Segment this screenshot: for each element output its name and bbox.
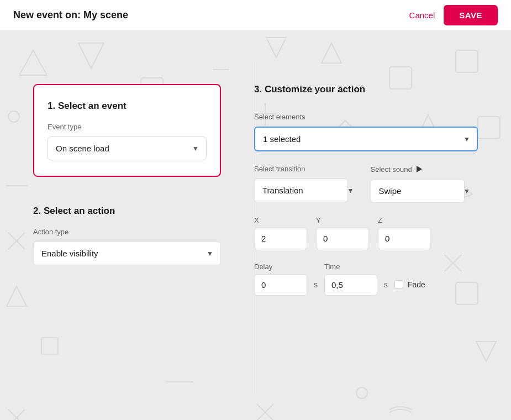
svg-marker-5 (322, 43, 341, 63)
sound-select[interactable]: Swipe Click Pop None (371, 179, 465, 203)
action-type-wrapper: Enable visibility Disable visibility Pla… (33, 242, 221, 265)
xyz-section: X Y Z (254, 216, 478, 249)
sound-col: Select sound Swipe Click Pop None ▼ (371, 165, 478, 203)
fade-row: Fade (394, 280, 425, 296)
event-type-label: Event type (48, 123, 207, 131)
z-label: Z (378, 216, 431, 224)
sound-play-icon[interactable] (414, 165, 423, 174)
transition-select[interactable]: Translation Rotation Scale Opacity (254, 179, 348, 202)
y-label: Y (316, 216, 369, 224)
right-panel: 3. Customize your action Select elements… (254, 84, 478, 296)
left-panel: 1. Select an event Event type On scene l… (33, 84, 221, 265)
action-type-select[interactable]: Enable visibility Disable visibility Pla… (33, 242, 221, 265)
time-item: Time (324, 262, 377, 296)
select-elements-label: Select elements (254, 113, 478, 121)
step1-card: 1. Select an event Event type On scene l… (33, 84, 221, 177)
bg-canvas: 1. Select an event Event type On scene l… (0, 31, 511, 420)
x-item: X (254, 216, 307, 249)
delay-input[interactable] (254, 274, 307, 296)
y-item: Y (316, 216, 369, 249)
transition-arrow-icon: ▼ (347, 187, 354, 195)
cancel-button[interactable]: Cancel (409, 11, 435, 20)
event-type-wrapper: On scene load On click On hover On scene… (48, 136, 207, 160)
transition-col: Select transition Translation Rotation S… (254, 165, 362, 202)
select-sound-label-row: Select sound (371, 165, 478, 174)
main-content: 1. Select an event Event type On scene l… (0, 62, 511, 420)
time-input[interactable] (324, 274, 377, 296)
time-unit: s (384, 280, 388, 296)
x-label: X (254, 216, 307, 224)
time-label: Time (324, 262, 377, 271)
select-elements-section: Select elements 1 selected ▼ (254, 113, 478, 151)
transition-wrapper: Translation Rotation Scale Opacity ▼ (254, 179, 362, 202)
select-elements-select[interactable]: 1 selected (254, 127, 478, 151)
delay-item: Delay (254, 262, 307, 296)
select-transition-label: Select transition (254, 165, 362, 173)
header: New event on: My scene Cancel SAVE (0, 0, 511, 31)
step2-wrapper: 2. Select an action Action type Enable v… (33, 195, 221, 265)
header-actions: Cancel SAVE (409, 5, 498, 25)
delay-time-section: Delay s Time s Fade (254, 262, 478, 296)
fade-checkbox[interactable] (394, 280, 403, 289)
sound-arrow-icon: ▼ (463, 187, 470, 195)
y-input[interactable] (316, 228, 369, 249)
page-title: New event on: My scene (13, 9, 128, 21)
sound-wrapper: Swipe Click Pop None ▼ (371, 179, 478, 203)
x-input[interactable] (254, 228, 307, 249)
svg-marker-4 (266, 38, 286, 57)
save-button[interactable]: SAVE (444, 5, 498, 25)
z-input[interactable] (378, 228, 431, 249)
z-item: Z (378, 216, 431, 249)
select-elements-wrapper: 1 selected ▼ (254, 127, 478, 151)
step3-header: 3. Customize your action (254, 84, 478, 99)
svg-marker-31 (417, 166, 422, 172)
step3-title: 3. Customize your action (254, 84, 478, 95)
transition-sound-section: Select transition Translation Rotation S… (254, 165, 478, 203)
delay-label: Delay (254, 262, 307, 271)
fade-label: Fade (408, 280, 425, 289)
step1-title: 1. Select an event (48, 101, 207, 112)
select-sound-label: Select sound (371, 165, 412, 174)
delay-unit: s (314, 280, 318, 296)
action-type-label: Action type (33, 228, 221, 236)
step2-title: 2. Select an action (33, 206, 221, 217)
event-type-select[interactable]: On scene load On click On hover On scene… (48, 136, 207, 160)
